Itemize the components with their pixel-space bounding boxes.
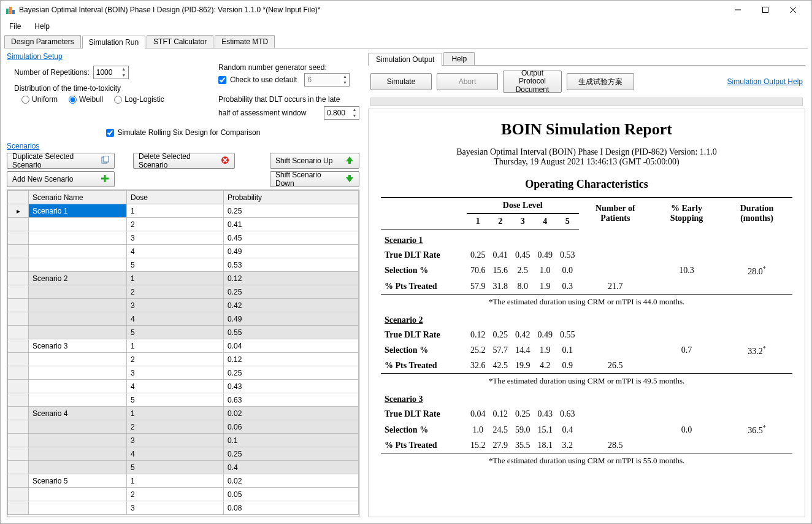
cell-probability[interactable]: 0.02 xyxy=(224,407,359,420)
cell-dose[interactable]: 1 xyxy=(127,407,224,420)
cell-probability[interactable]: 0.25 xyxy=(224,447,359,461)
cell-dose[interactable]: 3 xyxy=(127,299,224,312)
table-row[interactable]: 2 0.41 xyxy=(8,218,359,231)
row-selector[interactable] xyxy=(8,488,29,501)
cell-dose[interactable]: 4 xyxy=(127,380,224,393)
cell-scenario-name[interactable] xyxy=(29,366,127,380)
cell-dose[interactable]: 4 xyxy=(127,312,224,326)
table-row[interactable]: 3 0.25 xyxy=(8,366,359,380)
cell-dose[interactable]: 1 xyxy=(127,474,224,488)
tab-design-parameters[interactable]: Design Parameters xyxy=(4,35,81,48)
table-row[interactable]: 4 0.43 xyxy=(8,380,359,393)
table-row[interactable]: 3 0.08 xyxy=(8,501,359,515)
table-row[interactable]: Scenario 3 1 0.04 xyxy=(8,339,359,353)
row-selector[interactable] xyxy=(8,434,29,447)
radio-weibull[interactable]: Weibull xyxy=(69,95,103,104)
prob-late-field[interactable] xyxy=(324,109,350,117)
cell-scenario-name[interactable] xyxy=(29,380,127,393)
table-row[interactable]: 5 0.63 xyxy=(8,393,359,407)
minimize-button[interactable] xyxy=(724,1,751,18)
radio-uniform[interactable]: Uniform xyxy=(21,95,58,104)
cell-probability[interactable]: 0.1 xyxy=(224,434,359,447)
table-row[interactable]: 2 0.25 xyxy=(8,285,359,299)
abort-button[interactable]: Abort xyxy=(437,73,498,90)
shift-down-button[interactable]: Shift Scenario Down xyxy=(270,171,359,187)
cell-dose[interactable]: 4 xyxy=(127,245,224,258)
rolling-six-checkbox[interactable] xyxy=(106,129,114,137)
seed-spin-up[interactable]: ▲ xyxy=(340,74,349,80)
cell-probability[interactable]: 0.45 xyxy=(224,231,359,245)
row-selector[interactable] xyxy=(8,501,29,515)
table-row[interactable]: 3 0.45 xyxy=(8,231,359,245)
maximize-button[interactable] xyxy=(751,1,779,18)
cell-scenario-name[interactable] xyxy=(29,326,127,339)
table-row[interactable]: ▸ Scenario 1 1 0.25 xyxy=(8,204,359,218)
cell-scenario-name[interactable] xyxy=(29,434,127,447)
row-selector[interactable] xyxy=(8,380,29,393)
cell-dose[interactable]: 3 xyxy=(127,231,224,245)
cell-scenario-name[interactable] xyxy=(29,393,127,407)
tab-stft-calculator[interactable]: STFT Calculator xyxy=(147,35,213,48)
prob-late-spin-up[interactable]: ▲ xyxy=(350,107,359,113)
row-selector[interactable] xyxy=(8,366,29,380)
cell-scenario-name[interactable] xyxy=(29,231,127,245)
table-row[interactable]: 5 0.55 xyxy=(8,326,359,339)
row-selector[interactable] xyxy=(8,420,29,434)
cell-probability[interactable]: 0.25 xyxy=(224,285,359,299)
shift-up-button[interactable]: Shift Scenario Up xyxy=(270,153,359,169)
table-row[interactable]: 4 0.49 xyxy=(8,312,359,326)
add-scenario-button[interactable]: Add New Scenario xyxy=(7,171,115,187)
cell-probability[interactable]: 0.25 xyxy=(224,366,359,380)
cell-probability[interactable]: 0.08 xyxy=(224,501,359,515)
reps-field[interactable] xyxy=(94,68,120,77)
tab-estimate-mtd[interactable]: Estimate MTD xyxy=(215,35,275,48)
seed-default-checkbox[interactable] xyxy=(218,76,226,84)
cell-probability[interactable]: 0.55 xyxy=(224,326,359,339)
delete-scenario-button[interactable]: Delete Selected Scenario xyxy=(133,153,235,169)
cell-scenario-name[interactable] xyxy=(29,285,127,299)
cell-dose[interactable]: 3 xyxy=(127,434,224,447)
row-selector[interactable] xyxy=(8,353,29,366)
menu-file[interactable]: File xyxy=(7,21,23,32)
cell-dose[interactable]: 5 xyxy=(127,393,224,407)
table-row[interactable]: 2 0.05 xyxy=(8,488,359,501)
row-selector[interactable] xyxy=(8,474,29,488)
row-selector[interactable]: ▸ xyxy=(8,204,29,218)
col-dose[interactable]: Dose xyxy=(127,191,224,204)
prob-late-spin-down[interactable]: ▼ xyxy=(350,113,359,119)
table-row[interactable]: Scenario 4 1 0.02 xyxy=(8,407,359,420)
cell-probability[interactable]: 0.25 xyxy=(224,204,359,218)
cell-scenario-name[interactable]: Scenario 3 xyxy=(29,339,127,353)
cell-dose[interactable]: 5 xyxy=(127,326,224,339)
seed-input[interactable]: ▲▼ xyxy=(304,73,350,87)
col-probability[interactable]: Probability xyxy=(224,191,359,204)
cell-probability[interactable]: 0.04 xyxy=(224,339,359,353)
cell-dose[interactable]: 3 xyxy=(127,366,224,380)
scenarios-grid[interactable]: Scenario Name Dose Probability ▸ Scenari… xyxy=(7,190,359,517)
cell-scenario-name[interactable] xyxy=(29,245,127,258)
cell-dose[interactable]: 2 xyxy=(127,353,224,366)
cell-scenario-name[interactable] xyxy=(29,420,127,434)
tab-simulation-output[interactable]: Simulation Output xyxy=(368,53,442,66)
col-scenario-name[interactable]: Scenario Name xyxy=(29,191,127,204)
table-row[interactable]: 5 0.53 xyxy=(8,258,359,272)
cell-probability[interactable]: 0.41 xyxy=(224,218,359,231)
cell-dose[interactable]: 5 xyxy=(127,258,224,272)
row-selector[interactable] xyxy=(8,339,29,353)
cell-probability[interactable]: 0.49 xyxy=(224,312,359,326)
simulation-output-help-link[interactable]: Simulation Output Help xyxy=(727,77,803,86)
seed-spin-down[interactable]: ▼ xyxy=(340,80,349,86)
cell-dose[interactable]: 3 xyxy=(127,501,224,515)
cell-dose[interactable]: 1 xyxy=(127,204,224,218)
radio-loglogistic[interactable]: Log-Logistic xyxy=(114,95,164,104)
cell-dose[interactable]: 2 xyxy=(127,420,224,434)
simulate-button[interactable]: Simulate xyxy=(370,73,432,90)
row-selector[interactable] xyxy=(8,231,29,245)
row-selector[interactable] xyxy=(8,258,29,272)
row-selector[interactable] xyxy=(8,447,29,461)
cell-probability[interactable]: 0.43 xyxy=(224,380,359,393)
cell-scenario-name[interactable]: Scenario 5 xyxy=(29,474,127,488)
report-viewer[interactable]: BOIN Simulation Report Bayesian Optimal … xyxy=(368,109,805,517)
cell-scenario-name[interactable] xyxy=(29,461,127,474)
reps-spin-down[interactable]: ▼ xyxy=(120,72,128,79)
